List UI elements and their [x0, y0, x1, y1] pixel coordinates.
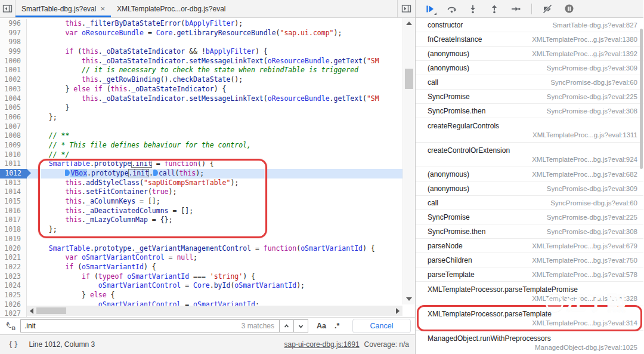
line-number[interactable]: 1024: [0, 281, 27, 291]
show-debugger-sidebar-button[interactable]: [397, 0, 415, 17]
frame-source-location[interactable]: XMLTemplateProc...bg.js?eval:682: [532, 171, 637, 178]
call-stack-frame[interactable]: ManagedObject.runWithPreprocessorsManage…: [416, 331, 643, 354]
call-stack-frame[interactable]: (anonymous)XMLTemplateProc...g.js?eval:1…: [416, 47, 643, 61]
line-number[interactable]: 1012: [0, 169, 27, 178]
scroll-left-icon[interactable]: [30, 308, 33, 314]
line-number[interactable]: 1027: [0, 309, 27, 317]
step-into-button[interactable]: [465, 2, 481, 16]
call-stack-frame[interactable]: XMLTemplateProcessor.parseTemplatePromis…: [416, 282, 643, 306]
scroll-up-icon[interactable]: [406, 21, 412, 25]
frame-source-location[interactable]: SyncPromise-dbg.js?eval:308: [547, 107, 637, 115]
callstack-scroll-thumb[interactable]: [640, 29, 643, 169]
frame-source-location[interactable]: SyncPromise-dbg.js?eval:60: [550, 199, 637, 207]
frame-source-location[interactable]: SyncPromise-dbg.js?eval:225: [547, 93, 637, 100]
frame-source-location[interactable]: XMLTemplateProc...bg.js?eval:924: [428, 156, 637, 163]
line-number[interactable]: 1022: [0, 263, 27, 272]
line-number[interactable]: 1004: [0, 94, 27, 104]
line-number[interactable]: 1015: [0, 197, 27, 207]
frame-source-location[interactable]: XMLTemplateProc...g.js?eval:1311: [428, 131, 637, 138]
step-out-button[interactable]: [486, 2, 503, 16]
frame-source-location[interactable]: XMLTemplateProc...g.js?eval:1392: [532, 50, 637, 57]
frame-source-location[interactable]: XMLTemplateProc...bg.js?eval:314: [428, 319, 637, 327]
call-stack-frame[interactable]: SyncPromiseSyncPromise-dbg.js?eval:225: [416, 210, 643, 224]
line-number[interactable]: 1006: [0, 113, 27, 122]
scroll-right-icon[interactable]: [396, 308, 400, 314]
frame-source-location[interactable]: SyncPromise-dbg.js?eval:309: [547, 185, 637, 192]
frame-source-location[interactable]: XMLTemplateProc...bg.js?eval:750: [532, 257, 637, 264]
call-stack-frame[interactable]: constructorSmartTable-dbg.js?eval:827: [416, 18, 643, 32]
line-number[interactable]: 997: [0, 29, 27, 38]
line-number[interactable]: 999: [0, 47, 27, 57]
step-over-button[interactable]: [443, 2, 460, 16]
line-number[interactable]: 1000: [0, 57, 27, 66]
pretty-print-button[interactable]: {}: [8, 340, 19, 349]
call-stack-frame[interactable]: parseTemplateXMLTemplateProc...bg.js?eva…: [416, 267, 643, 282]
call-stack-frame[interactable]: parseChildrenXMLTemplateProc...bg.js?eva…: [416, 253, 643, 267]
resume-button[interactable]: [422, 2, 438, 16]
line-number[interactable]: 1007: [0, 122, 27, 132]
step-button[interactable]: [507, 2, 524, 16]
match-case-button[interactable]: Aa: [317, 322, 326, 330]
frame-source-location[interactable]: SyncPromise-dbg.js?eval:308: [547, 228, 637, 235]
tab-xmltemplateprocessor[interactable]: XMLTemplateProc...or-dbg.js?eval: [111, 0, 232, 17]
line-number[interactable]: 1021: [0, 253, 27, 263]
frame-source-location[interactable]: ManagedObject-dbg.js?eval:1025: [428, 344, 637, 351]
line-number[interactable]: 1001: [0, 66, 27, 75]
scroll-down-icon[interactable]: [406, 297, 412, 301]
call-stack-frame[interactable]: fnCreateInstanceXMLTemplateProc...g.js?e…: [416, 32, 643, 47]
frame-source-location[interactable]: XMLTemplateProc...bg.js?eval:578: [532, 271, 637, 278]
line-number[interactable]: 1025: [0, 291, 27, 300]
line-number[interactable]: 1016: [0, 207, 27, 216]
call-stack-frame[interactable]: SyncPromiseSyncPromise-dbg.js?eval:225: [416, 90, 643, 104]
source-map-link[interactable]: sap-ui-core-dbg.js:1691: [284, 340, 360, 349]
line-number[interactable]: 1014: [0, 187, 27, 197]
call-stack-frame[interactable]: callSyncPromise-dbg.js?eval:60: [416, 196, 643, 210]
vertical-scroll-thumb[interactable]: [405, 69, 413, 89]
line-number[interactable]: 1009: [0, 141, 27, 150]
line-number[interactable]: 1010: [0, 150, 27, 160]
frame-source-location[interactable]: XMLTemplateProc...bg.js?eval:328: [428, 295, 637, 302]
line-number[interactable]: 1023: [0, 272, 27, 282]
frame-source-location[interactable]: SyncPromise-dbg.js?eval:309: [547, 64, 637, 72]
previous-match-button[interactable]: [279, 320, 293, 332]
next-match-button[interactable]: [293, 320, 308, 332]
regex-button[interactable]: .*: [335, 322, 339, 330]
line-number[interactable]: 1003: [0, 85, 27, 94]
frame-source-location[interactable]: SyncPromise-dbg.js?eval:225: [547, 214, 637, 221]
line-number[interactable]: 1005: [0, 103, 27, 113]
inline-step-marker-icon[interactable]: [65, 170, 70, 176]
close-tab-icon[interactable]: ×: [100, 5, 105, 13]
show-navigator-button[interactable]: [0, 0, 16, 17]
call-stack-frame[interactable]: XMLTemplateProcessor.parseTemplateXMLTem…: [416, 306, 643, 331]
line-number[interactable]: 1008: [0, 131, 27, 141]
pause-on-exceptions-button[interactable]: [561, 2, 577, 16]
line-number[interactable]: 1026: [0, 300, 27, 310]
call-stack-frame[interactable]: createRegularControlsXMLTemplateProc...g…: [416, 118, 643, 143]
call-stack-frame[interactable]: SyncPromise.thenSyncPromise-dbg.js?eval:…: [416, 224, 643, 239]
line-number[interactable]: 1020: [0, 244, 27, 254]
editor-vertical-scrollbar[interactable]: [402, 18, 415, 304]
line-number[interactable]: 1017: [0, 216, 27, 225]
replace-toggle-icon[interactable]: A B: [4, 320, 18, 332]
horizontal-scroll-thumb[interactable]: [36, 307, 66, 314]
call-stack-frame[interactable]: callSyncPromise-dbg.js?eval:60: [416, 75, 643, 90]
cancel-button[interactable]: Cancel: [352, 319, 411, 333]
call-stack-frame[interactable]: (anonymous)SyncPromise-dbg.js?eval:309: [416, 181, 643, 196]
call-stack-frame[interactable]: createControlOrExtensionXMLTemplateProc.…: [416, 143, 643, 167]
frame-source-location[interactable]: SmartTable-dbg.js?eval:827: [552, 21, 637, 29]
line-number[interactable]: 1002: [0, 75, 27, 85]
line-number[interactable]: 998: [0, 38, 27, 47]
search-input[interactable]: [21, 320, 242, 332]
line-number[interactable]: 1018: [0, 225, 27, 235]
call-stack-frame[interactable]: (anonymous)XMLTemplateProc...bg.js?eval:…: [416, 167, 643, 181]
tab-smarttable[interactable]: SmartTable-dbg.js?eval ×: [16, 0, 111, 17]
code-editor[interactable]: 996 this._filterByDataStateError(bApplyF…: [0, 18, 415, 317]
line-number[interactable]: 1013: [0, 178, 27, 188]
editor-horizontal-scrollbar[interactable]: [27, 306, 402, 316]
frame-source-location[interactable]: SyncPromise-dbg.js?eval:60: [550, 79, 637, 86]
call-stack-frame[interactable]: SyncPromise.thenSyncPromise-dbg.js?eval:…: [416, 104, 643, 118]
line-number[interactable]: 1019: [0, 235, 27, 244]
call-stack-frame[interactable]: parseNodeXMLTemplateProc...bg.js?eval:67…: [416, 239, 643, 253]
inline-step-marker-icon[interactable]: [153, 170, 158, 176]
frame-source-location[interactable]: XMLTemplateProc...g.js?eval:1380: [532, 36, 637, 43]
